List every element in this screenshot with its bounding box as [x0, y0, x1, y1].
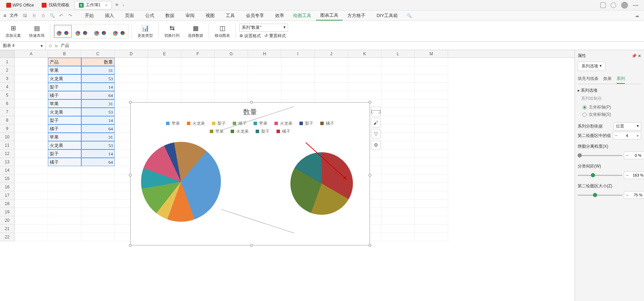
cell[interactable]: 火龙果	[48, 74, 81, 83]
row-header[interactable]: 3	[0, 74, 15, 83]
cell[interactable]	[381, 83, 415, 91]
tab-workbook[interactable]: S 工作簿1	[74, 1, 112, 9]
menu-item[interactable]: 效率	[271, 11, 288, 20]
cell[interactable]	[381, 174, 415, 183]
cell[interactable]	[415, 133, 448, 141]
cell[interactable]	[15, 149, 48, 158]
cell[interactable]	[15, 99, 48, 108]
cell[interactable]: 火龙果	[48, 141, 81, 149]
cell[interactable]	[115, 58, 148, 66]
cell[interactable]	[15, 91, 48, 99]
change-type-button[interactable]: 📊更改类型	[135, 23, 156, 40]
new-tab-button[interactable]: +	[113, 1, 121, 9]
cell[interactable]: 数量	[81, 58, 115, 66]
select-all-corner[interactable]	[0, 50, 15, 57]
tab-template[interactable]: 找稿壳模板	[38, 1, 74, 9]
cell[interactable]	[248, 74, 281, 83]
cell[interactable]	[15, 216, 48, 225]
cell[interactable]	[15, 225, 48, 233]
cell[interactable]	[181, 74, 215, 83]
fx-icon[interactable]: fx	[55, 44, 58, 48]
legend-item[interactable]: 苹果	[166, 120, 180, 127]
cell[interactable]	[48, 225, 81, 233]
row-header[interactable]: 13	[0, 158, 15, 166]
cell[interactable]	[348, 74, 381, 83]
cell[interactable]	[381, 116, 415, 124]
chart-legend[interactable]: 苹果火龙果梨子橘子苹果火龙果梨子橘子苹果火龙果梨子橘子	[131, 117, 370, 138]
cell[interactable]: 苹果	[48, 99, 81, 108]
row-header[interactable]: 17	[0, 191, 15, 200]
cell[interactable]	[181, 91, 215, 99]
menu-item[interactable]: 方方格子	[343, 11, 370, 20]
cell[interactable]: 橘子	[48, 91, 81, 99]
col-header[interactable]: L	[381, 50, 415, 57]
cell[interactable]	[381, 99, 415, 108]
cell[interactable]	[115, 91, 148, 99]
menu-item[interactable]: 公式	[141, 11, 158, 20]
cell[interactable]	[281, 58, 315, 66]
row-header[interactable]: 11	[0, 141, 15, 149]
cell[interactable]	[148, 74, 181, 83]
menu-item[interactable]: 审阅	[181, 11, 199, 20]
chart-style-3[interactable]	[92, 25, 109, 38]
cell[interactable]	[381, 149, 415, 158]
cell[interactable]	[381, 133, 415, 141]
cell[interactable]	[381, 58, 415, 66]
cell[interactable]: 14	[81, 116, 115, 124]
cell[interactable]	[415, 216, 448, 225]
cell[interactable]	[15, 183, 48, 191]
cell[interactable]	[81, 208, 115, 216]
cell[interactable]	[415, 208, 448, 216]
cell[interactable]	[248, 91, 281, 99]
cell[interactable]	[315, 58, 348, 66]
explosion-slider[interactable]	[578, 155, 622, 156]
legend-item[interactable]: 梨子	[299, 120, 313, 127]
cell[interactable]	[381, 74, 415, 83]
cell[interactable]	[15, 108, 48, 116]
cell[interactable]: 31	[81, 66, 115, 74]
row-header[interactable]: 12	[0, 149, 15, 158]
cell[interactable]	[148, 58, 181, 66]
row-header[interactable]: 18	[0, 200, 15, 208]
tab-effect[interactable]: 效果	[603, 74, 612, 84]
cell[interactable]: 14	[81, 83, 115, 91]
window-multi-icon[interactable]	[600, 2, 606, 8]
cell[interactable]	[381, 91, 415, 99]
cell[interactable]	[115, 66, 148, 74]
cell[interactable]	[15, 133, 48, 141]
chart-styles-icon[interactable]: 🖌	[371, 118, 381, 128]
legend-item[interactable]: 梨子	[256, 128, 270, 135]
cell[interactable]	[81, 174, 115, 183]
cell[interactable]: 53	[81, 108, 115, 116]
resize-handle[interactable]	[369, 244, 371, 247]
cell[interactable]	[415, 66, 448, 74]
menu-draw-tools[interactable]: 绘图工具	[289, 11, 315, 20]
cell[interactable]	[48, 174, 81, 183]
second-values-stepper[interactable]: −+	[613, 132, 641, 139]
cell[interactable]	[381, 141, 415, 149]
cell[interactable]	[248, 66, 281, 74]
cell[interactable]	[48, 208, 81, 216]
col-header[interactable]: J	[315, 50, 348, 57]
set-format-button[interactable]: ⚙ 设置格式	[239, 33, 261, 39]
menu-item[interactable]: DIY工具箱	[372, 11, 402, 20]
cell[interactable]	[15, 58, 48, 66]
cell[interactable]	[348, 83, 381, 91]
chart-style-1[interactable]	[54, 25, 72, 38]
cell[interactable]	[348, 91, 381, 99]
row-header[interactable]: 1	[0, 58, 15, 66]
cell[interactable]	[381, 66, 415, 74]
row-header[interactable]: 2	[0, 66, 15, 74]
cell[interactable]	[415, 233, 448, 241]
panel-dropdown[interactable]: 系列选项▾	[578, 62, 605, 71]
cell[interactable]: 梨子	[48, 83, 81, 91]
cell[interactable]	[181, 58, 215, 66]
cell[interactable]: 64	[81, 158, 115, 166]
legend-item[interactable]: 苹果	[210, 128, 224, 135]
chart-style-4[interactable]	[110, 25, 128, 38]
cell[interactable]	[15, 174, 48, 183]
col-header[interactable]: K	[348, 50, 381, 57]
resize-handle[interactable]	[250, 244, 253, 247]
cell[interactable]	[48, 191, 81, 200]
cell[interactable]	[81, 183, 115, 191]
